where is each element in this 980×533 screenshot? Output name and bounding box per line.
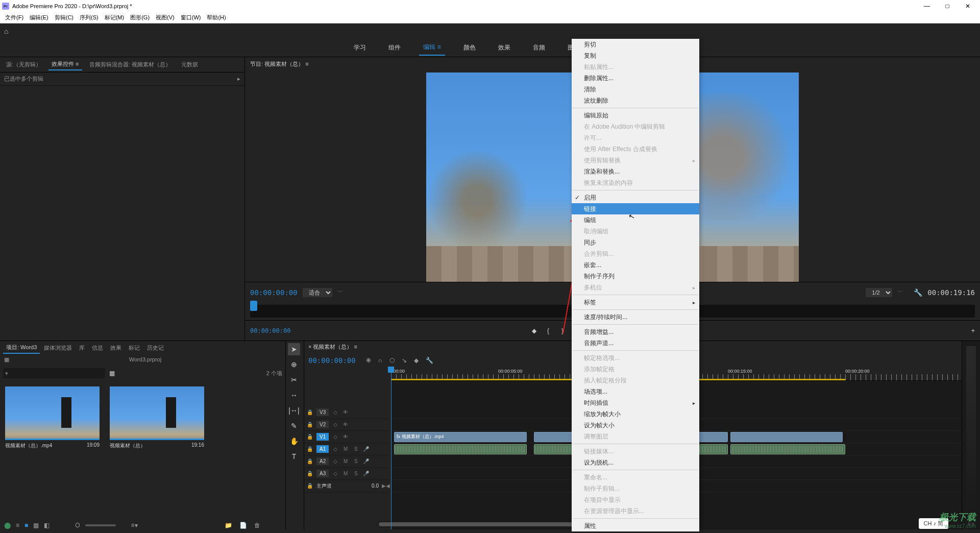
tab-info[interactable]: 信息: [89, 343, 106, 353]
trash-icon[interactable]: 🗑: [254, 522, 260, 529]
expand-arrow-icon[interactable]: ▸: [237, 76, 240, 82]
context-menu-item[interactable]: 嵌套...: [572, 259, 699, 271]
ripple-tool-icon[interactable]: ✂: [288, 374, 300, 386]
context-menu-item[interactable]: 设为脱机...: [572, 457, 699, 468]
icon-view-icon[interactable]: ■: [24, 522, 28, 529]
tab-audio-mixer[interactable]: 音频剪辑混合器: 视频素材（总）: [86, 59, 174, 70]
context-menu-item[interactable]: 渲染和替换...: [572, 166, 699, 177]
snap-icon[interactable]: ❋: [366, 357, 371, 364]
selection-tool-icon[interactable]: ➤: [288, 343, 300, 355]
insert-icon[interactable]: ↘: [402, 357, 407, 364]
tab-metadata[interactable]: 元数据: [178, 59, 201, 70]
tab-markers[interactable]: 标记: [126, 343, 143, 353]
pen-tool-icon[interactable]: ✎: [288, 420, 300, 432]
maximize-button[interactable]: □: [937, 3, 958, 10]
ws-tab-audio[interactable]: 音频: [529, 40, 549, 55]
context-menu-item[interactable]: ✓启用: [572, 192, 699, 203]
sort-icon[interactable]: ◧: [44, 522, 50, 529]
menu-markers[interactable]: 标记(M): [102, 13, 128, 22]
playhead[interactable]: [391, 367, 391, 529]
zoom-slider[interactable]: O: [75, 522, 80, 529]
text-tool-icon[interactable]: T: [288, 450, 300, 463]
ws-tab-color[interactable]: 颜色: [459, 40, 480, 55]
menu-view[interactable]: 视图(V): [153, 13, 178, 22]
settings-menu-icon[interactable]: ≡▾: [131, 522, 138, 529]
tab-libraries[interactable]: 库: [76, 343, 88, 353]
list-view-icon[interactable]: ≡: [16, 522, 19, 529]
menu-file[interactable]: 文件(F): [2, 13, 27, 22]
zoom-select[interactable]: 1/2: [866, 288, 892, 297]
mark-in-icon[interactable]: ◆: [529, 326, 539, 336]
freeform-icon[interactable]: ▦: [33, 522, 39, 529]
context-menu-item[interactable]: 标签: [572, 297, 699, 308]
track-header-v3[interactable]: 🔒V3◇👁: [304, 406, 391, 419]
new-bin-icon[interactable]: 📁: [225, 522, 232, 529]
tab-effect-controls[interactable]: 效果控件 ≡: [48, 59, 82, 70]
ws-tab-assembly[interactable]: 组件: [384, 40, 405, 55]
project-item[interactable]: 视频素材（总）19:16: [110, 386, 204, 451]
context-menu-item[interactable]: 音频声道...: [572, 337, 699, 349]
context-menu-item[interactable]: 复制: [572, 50, 699, 61]
video-clip[interactable]: fx 视频素材（总）.mp4: [394, 432, 527, 442]
track-header-master[interactable]: 🔒主声道0.0▶◀: [304, 480, 391, 492]
add-button[interactable]: +: [971, 327, 975, 334]
project-item[interactable]: 视频素材（总）.mp419:09: [5, 386, 100, 451]
settings-icon[interactable]: 🔧: [914, 288, 922, 297]
track-header-a2[interactable]: 🔒A2◇MS🎤: [304, 455, 391, 468]
context-menu-item[interactable]: 编组: [572, 214, 699, 226]
rec-icon[interactable]: ⬤: [4, 522, 11, 529]
ws-tab-effects[interactable]: 效果: [494, 40, 514, 55]
context-menu-item[interactable]: 链接: [572, 203, 699, 214]
menu-edit[interactable]: 编辑(E): [27, 13, 52, 22]
mark-out-icon[interactable]: {: [543, 326, 553, 336]
context-menu-item[interactable]: 速度/持续时间...: [572, 311, 699, 323]
audio-clip[interactable]: [730, 444, 845, 454]
slip-tool-icon[interactable]: |↔|: [288, 404, 300, 417]
overwrite-icon[interactable]: ◆: [414, 357, 419, 364]
track-header-v2[interactable]: 🔒V2◇👁: [304, 419, 391, 431]
context-menu-item[interactable]: 缩放为帧大小: [572, 408, 699, 420]
menu-help[interactable]: 帮助(H): [204, 13, 229, 22]
hand-tool-icon[interactable]: ✋: [288, 435, 300, 447]
ws-tab-edit[interactable]: 编辑 ≡: [419, 40, 445, 56]
context-menu-item[interactable]: 清除: [572, 84, 699, 95]
context-menu-item[interactable]: 场选项...: [572, 386, 699, 397]
razor-tool-icon[interactable]: ↔: [288, 389, 300, 401]
context-menu-item[interactable]: 删除属性...: [572, 72, 699, 84]
track-header-a1[interactable]: 🔒A1◇MS🎤: [304, 443, 391, 455]
context-menu-item[interactable]: 设为帧大小: [572, 420, 699, 431]
home-icon[interactable]: ⌂: [4, 27, 8, 35]
track-select-tool-icon[interactable]: ⊕: [288, 358, 300, 371]
fit-select[interactable]: 适合: [303, 288, 332, 297]
tab-history[interactable]: 历史记: [144, 343, 167, 353]
project-search-input[interactable]: [3, 368, 105, 378]
menu-graphics[interactable]: 图形(G): [127, 13, 153, 22]
track-header-v1[interactable]: 🔒V1◇👁: [304, 431, 391, 443]
context-menu-item[interactable]: 时间插值: [572, 397, 699, 408]
wrench-icon[interactable]: 🔧: [426, 357, 433, 364]
menu-window[interactable]: 窗口(W): [178, 13, 204, 22]
context-menu-item[interactable]: 同步: [572, 237, 699, 248]
context-menu-item[interactable]: 制作子序列: [572, 271, 699, 282]
menu-sequence[interactable]: 序列(S): [77, 13, 102, 22]
context-menu-item[interactable]: 剪切: [572, 39, 699, 50]
program-timecode-in[interactable]: 00:00:00:00: [250, 288, 298, 297]
menu-clip[interactable]: 剪辑(C): [52, 13, 77, 22]
ws-tab-learn[interactable]: 学习: [350, 40, 370, 55]
audio-clip[interactable]: [394, 444, 527, 454]
track-header-a3[interactable]: 🔒A3◇MS🎤: [304, 468, 391, 480]
marker-icon[interactable]: ⬡: [389, 357, 395, 364]
video-clip[interactable]: [730, 432, 843, 442]
filter-icon[interactable]: ▦: [109, 370, 115, 377]
tab-media-browser[interactable]: 媒体浏览器: [41, 343, 75, 353]
tab-project[interactable]: 项目: Word3: [3, 342, 40, 354]
timeline-timecode[interactable]: 00:00:00:00: [308, 356, 356, 365]
new-item-icon[interactable]: 📄: [239, 522, 247, 529]
minimize-button[interactable]: —: [917, 3, 937, 10]
tab-source[interactable]: 源:（无剪辑）: [3, 59, 44, 70]
close-button[interactable]: ✕: [958, 3, 978, 10]
tab-effects-panel[interactable]: 效果: [107, 343, 125, 353]
context-menu-item[interactable]: 波纹删除: [572, 95, 699, 106]
linked-sel-icon[interactable]: ∩: [378, 357, 383, 364]
context-menu-item[interactable]: 编辑原始: [572, 110, 699, 121]
